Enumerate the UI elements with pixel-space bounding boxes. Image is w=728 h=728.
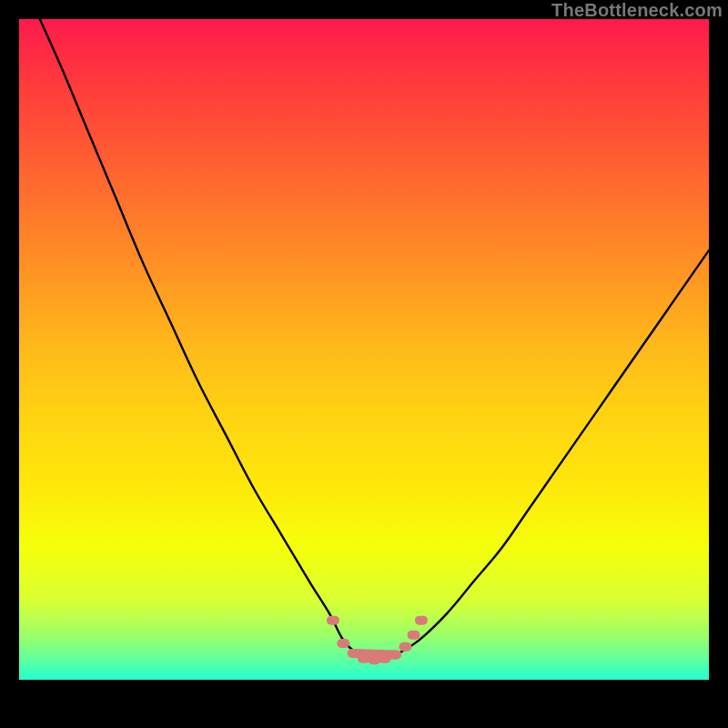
trough-marker: [415, 616, 428, 625]
bottleneck-curve: [40, 19, 709, 661]
trough-marker: [389, 650, 401, 659]
trough-marker-group: [327, 616, 428, 665]
chart-frame: [19, 19, 709, 709]
watermark-text: TheBottleneck.com: [551, 0, 723, 21]
trough-marker: [337, 639, 349, 648]
trough-marker: [348, 649, 360, 658]
trough-marker: [408, 631, 420, 640]
chart-svg: [19, 19, 709, 709]
trough-marker: [327, 616, 339, 625]
trough-marker: [399, 642, 411, 652]
